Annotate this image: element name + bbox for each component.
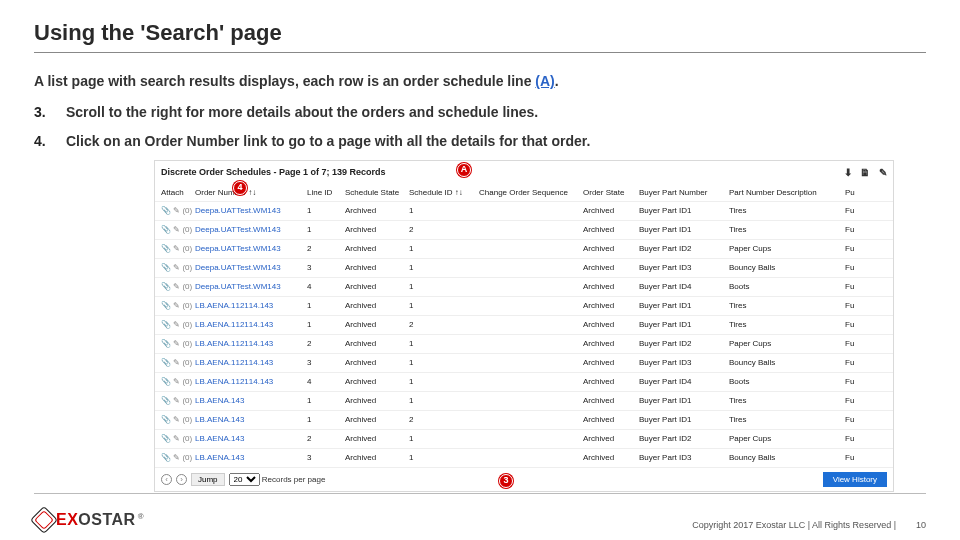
table-row: 📎 ✎ (0)LB.AENA.1431Archived1ArchivedBuye… — [155, 391, 893, 410]
col-schedule-state[interactable]: Schedule State — [345, 187, 409, 199]
order-number-link[interactable]: Deepa.UATTest.WM143 — [195, 243, 307, 255]
schedule-state-cell: Archived — [345, 414, 409, 426]
truncated-cell: Fu — [845, 300, 865, 312]
order-number-link[interactable]: Deepa.UATTest.WM143 — [195, 224, 307, 236]
edit-icon[interactable]: ✎ — [879, 167, 887, 178]
part-desc-cell: Boots — [729, 281, 845, 293]
order-state-cell: Archived — [583, 300, 639, 312]
intro-link-a[interactable]: (A) — [535, 73, 554, 89]
download-icon[interactable]: ⬇ — [844, 167, 852, 178]
order-number-link[interactable]: LB.AENA.112114.143 — [195, 376, 307, 388]
schedule-id-cell: 2 — [409, 414, 479, 426]
table-row: 📎 ✎ (0)Deepa.UATTest.WM1431Archived1Arch… — [155, 201, 893, 220]
order-number-link[interactable]: LB.AENA.112114.143 — [195, 357, 307, 369]
attach-cell[interactable]: 📎 ✎ (0) — [161, 224, 195, 236]
callout-4: 4 — [233, 181, 247, 195]
col-line-id[interactable]: Line ID — [307, 187, 345, 199]
line-id-cell: 4 — [307, 376, 345, 388]
truncated-cell: Fu — [845, 452, 865, 464]
order-number-link[interactable]: Deepa.UATTest.WM143 — [195, 205, 307, 217]
screenshot-panel: Discrete Order Schedules - Page 1 of 7; … — [154, 160, 894, 492]
intro-text: A list page with search results displays… — [34, 71, 926, 92]
col-order-number[interactable]: Order Number ↑↓ — [195, 187, 307, 199]
attach-cell[interactable]: 📎 ✎ (0) — [161, 414, 195, 426]
line-id-cell: 3 — [307, 262, 345, 274]
schedule-id-cell: 1 — [409, 376, 479, 388]
part-desc-cell: Boots — [729, 376, 845, 388]
buyer-part-cell: Buyer Part ID3 — [639, 357, 729, 369]
step-4: 4. Click on an Order Number link to go t… — [34, 131, 926, 152]
logo-ex: EX — [56, 511, 78, 528]
order-number-link[interactable]: Deepa.UATTest.WM143 — [195, 281, 307, 293]
buyer-part-cell: Buyer Part ID3 — [639, 452, 729, 464]
order-number-link[interactable]: LB.AENA.112114.143 — [195, 319, 307, 331]
truncated-cell: Fu — [845, 433, 865, 445]
page-title: Using the 'Search' page — [34, 20, 926, 46]
line-id-cell: 2 — [307, 338, 345, 350]
buyer-part-cell: Buyer Part ID2 — [639, 433, 729, 445]
line-id-cell: 1 — [307, 300, 345, 312]
footer: EXOSTAR® Copyright 2017 Exostar LLC | Al… — [34, 510, 926, 530]
col-buyer-part-number[interactable]: Buyer Part Number — [639, 187, 729, 199]
attach-cell[interactable]: 📎 ✎ (0) — [161, 338, 195, 350]
table-row: 📎 ✎ (0)LB.AENA.1433Archived1ArchivedBuye… — [155, 448, 893, 467]
order-state-cell: Archived — [583, 319, 639, 331]
steps-list: 3. Scroll to the right for more details … — [34, 102, 926, 152]
attach-cell[interactable]: 📎 ✎ (0) — [161, 262, 195, 274]
order-number-link[interactable]: LB.AENA.143 — [195, 452, 307, 464]
order-number-link[interactable]: LB.AENA.143 — [195, 433, 307, 445]
intro-suffix: . — [555, 73, 559, 89]
attach-cell[interactable]: 📎 ✎ (0) — [161, 395, 195, 407]
order-state-cell: Archived — [583, 224, 639, 236]
schedule-state-cell: Archived — [345, 243, 409, 255]
registered-icon: ® — [138, 512, 144, 521]
truncated-cell: Fu — [845, 357, 865, 369]
table-row: 📎 ✎ (0)LB.AENA.112114.1431Archived2Archi… — [155, 315, 893, 334]
jump-button[interactable]: Jump — [191, 473, 225, 486]
copyright-text: Copyright 2017 Exostar LLC | All Rights … — [692, 520, 896, 530]
line-id-cell: 1 — [307, 205, 345, 217]
line-id-cell: 4 — [307, 281, 345, 293]
buyer-part-cell: Buyer Part ID1 — [639, 300, 729, 312]
schedule-state-cell: Archived — [345, 395, 409, 407]
page-next-icon[interactable]: › — [176, 474, 187, 485]
attach-cell[interactable]: 📎 ✎ (0) — [161, 281, 195, 293]
attach-cell[interactable]: 📎 ✎ (0) — [161, 452, 195, 464]
attach-cell[interactable]: 📎 ✎ (0) — [161, 433, 195, 445]
attach-cell[interactable]: 📎 ✎ (0) — [161, 300, 195, 312]
order-state-cell: Archived — [583, 281, 639, 293]
line-id-cell: 1 — [307, 224, 345, 236]
exostar-logo: EXOSTAR® — [34, 510, 144, 530]
col-change-sequence[interactable]: Change Order Sequence — [479, 187, 583, 199]
order-state-cell: Archived — [583, 357, 639, 369]
line-id-cell: 1 — [307, 395, 345, 407]
view-history-button[interactable]: View History — [823, 472, 887, 487]
step-3: 3. Scroll to the right for more details … — [34, 102, 926, 123]
order-number-link[interactable]: LB.AENA.143 — [195, 414, 307, 426]
col-part-description[interactable]: Part Number Description — [729, 187, 845, 199]
export-icon[interactable]: 🗎 — [860, 167, 870, 178]
attach-cell[interactable]: 📎 ✎ (0) — [161, 205, 195, 217]
buyer-part-cell: Buyer Part ID4 — [639, 281, 729, 293]
table-row: 📎 ✎ (0)LB.AENA.112114.1434Archived1Archi… — [155, 372, 893, 391]
col-order-state[interactable]: Order State — [583, 187, 639, 199]
attach-cell[interactable]: 📎 ✎ (0) — [161, 357, 195, 369]
table-row: 📎 ✎ (0)LB.AENA.112114.1433Archived1Archi… — [155, 353, 893, 372]
attach-cell[interactable]: 📎 ✎ (0) — [161, 376, 195, 388]
order-state-cell: Archived — [583, 395, 639, 407]
attach-cell[interactable]: 📎 ✎ (0) — [161, 319, 195, 331]
col-truncated: Pu — [845, 187, 865, 199]
col-schedule-id[interactable]: Schedule ID ↑↓ — [409, 187, 479, 199]
records-per-page-select[interactable]: 20 — [229, 473, 260, 486]
footer-rule — [34, 493, 926, 494]
order-number-link[interactable]: LB.AENA.112114.143 — [195, 338, 307, 350]
order-number-link[interactable]: Deepa.UATTest.WM143 — [195, 262, 307, 274]
page-prev-icon[interactable]: ‹ — [161, 474, 172, 485]
attach-cell[interactable]: 📎 ✎ (0) — [161, 243, 195, 255]
order-number-link[interactable]: LB.AENA.112114.143 — [195, 300, 307, 312]
buyer-part-cell: Buyer Part ID1 — [639, 224, 729, 236]
col-attach[interactable]: Attach — [161, 187, 195, 199]
schedule-id-cell: 1 — [409, 262, 479, 274]
step-number: 3. — [34, 102, 52, 123]
order-number-link[interactable]: LB.AENA.143 — [195, 395, 307, 407]
